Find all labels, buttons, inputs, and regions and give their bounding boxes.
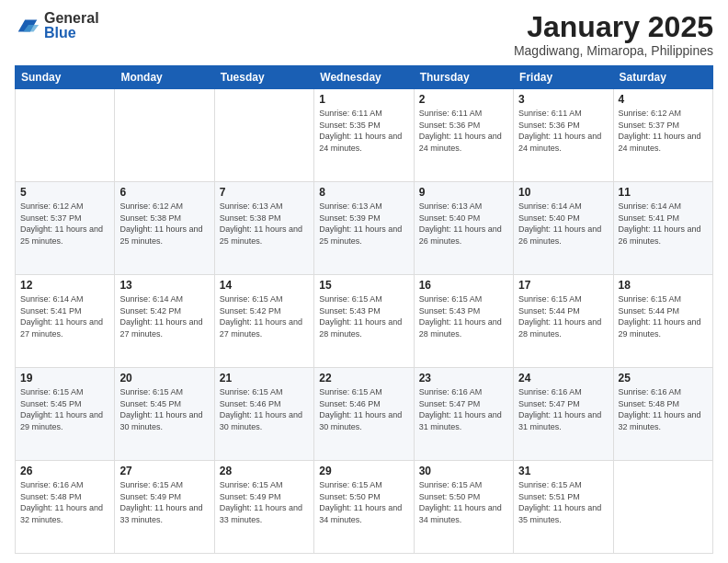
sunrise-text: Sunrise: 6:16 AM bbox=[20, 480, 84, 489]
table-row: 18 Sunrise: 6:15 AM Sunset: 5:44 PM Dayl… bbox=[613, 275, 712, 368]
sunrise-text: Sunrise: 6:15 AM bbox=[319, 387, 382, 396]
day-number: 9 bbox=[419, 186, 508, 199]
day-info: Sunrise: 6:12 AM Sunset: 5:38 PM Dayligh… bbox=[119, 201, 209, 247]
table-row: 3 Sunrise: 6:11 AM Sunset: 5:36 PM Dayli… bbox=[514, 89, 613, 182]
day-number: 20 bbox=[119, 372, 209, 385]
day-number: 15 bbox=[319, 279, 408, 292]
day-info: Sunrise: 6:15 AM Sunset: 5:46 PM Dayligh… bbox=[319, 386, 408, 432]
table-row: 22 Sunrise: 6:15 AM Sunset: 5:46 PM Dayl… bbox=[314, 368, 414, 461]
daylight-text: Daylight: 11 hours and 28 minutes. bbox=[518, 317, 601, 339]
table-row: 24 Sunrise: 6:16 AM Sunset: 5:47 PM Dayl… bbox=[514, 368, 613, 461]
sunset-text: Sunset: 5:40 PM bbox=[419, 213, 481, 223]
sunset-text: Sunset: 5:37 PM bbox=[20, 213, 82, 223]
day-number: 11 bbox=[619, 186, 708, 199]
sunrise-text: Sunrise: 6:13 AM bbox=[319, 201, 382, 211]
sunset-text: Sunset: 5:38 PM bbox=[220, 213, 281, 223]
daylight-text: Daylight: 11 hours and 30 minutes. bbox=[119, 410, 202, 431]
sunset-text: Sunset: 5:50 PM bbox=[419, 492, 481, 501]
sunset-text: Sunset: 5:38 PM bbox=[119, 213, 181, 223]
daylight-text: Daylight: 11 hours and 24 minutes. bbox=[619, 132, 701, 153]
sunrise-text: Sunrise: 6:14 AM bbox=[20, 294, 84, 304]
daylight-text: Daylight: 11 hours and 25 minutes. bbox=[20, 224, 103, 246]
week-row-3: 19 Sunrise: 6:15 AM Sunset: 5:45 PM Dayl… bbox=[16, 368, 713, 461]
sunrise-text: Sunrise: 6:12 AM bbox=[119, 201, 183, 211]
sunset-text: Sunset: 5:36 PM bbox=[518, 121, 580, 130]
week-row-0: 1 Sunrise: 6:11 AM Sunset: 5:35 PM Dayli… bbox=[16, 89, 713, 182]
sunset-text: Sunset: 5:44 PM bbox=[518, 306, 580, 316]
logo-blue: Blue bbox=[44, 26, 99, 40]
day-info: Sunrise: 6:11 AM Sunset: 5:35 PM Dayligh… bbox=[319, 108, 408, 154]
col-tuesday: Tuesday bbox=[214, 66, 313, 89]
daylight-text: Daylight: 11 hours and 35 minutes. bbox=[518, 503, 601, 524]
daylight-text: Daylight: 11 hours and 30 minutes. bbox=[220, 410, 302, 431]
sunrise-text: Sunrise: 6:12 AM bbox=[619, 109, 682, 118]
day-info: Sunrise: 6:16 AM Sunset: 5:48 PM Dayligh… bbox=[20, 479, 109, 525]
daylight-text: Daylight: 11 hours and 32 minutes. bbox=[20, 503, 103, 524]
day-number: 10 bbox=[518, 186, 608, 199]
week-row-4: 26 Sunrise: 6:16 AM Sunset: 5:48 PM Dayl… bbox=[16, 461, 713, 554]
table-row: 26 Sunrise: 6:16 AM Sunset: 5:48 PM Dayl… bbox=[16, 461, 115, 554]
page: General Blue January 2025 Magdiwang, Mim… bbox=[0, 0, 728, 563]
day-number: 4 bbox=[619, 93, 708, 106]
day-number: 22 bbox=[319, 372, 408, 385]
table-row: 2 Sunrise: 6:11 AM Sunset: 5:36 PM Dayli… bbox=[414, 89, 513, 182]
day-number: 19 bbox=[20, 372, 109, 385]
day-info: Sunrise: 6:14 AM Sunset: 5:42 PM Dayligh… bbox=[119, 293, 209, 339]
day-number: 29 bbox=[319, 465, 408, 477]
day-info: Sunrise: 6:13 AM Sunset: 5:39 PM Dayligh… bbox=[319, 201, 408, 247]
daylight-text: Daylight: 11 hours and 24 minutes. bbox=[419, 132, 502, 153]
daylight-text: Daylight: 11 hours and 27 minutes. bbox=[20, 317, 103, 339]
day-number: 27 bbox=[119, 465, 209, 477]
daylight-text: Daylight: 11 hours and 26 minutes. bbox=[619, 224, 701, 246]
sunset-text: Sunset: 5:41 PM bbox=[20, 306, 82, 316]
day-number: 28 bbox=[220, 465, 309, 477]
main-title: January 2025 bbox=[514, 11, 713, 43]
sunrise-text: Sunrise: 6:15 AM bbox=[518, 480, 582, 489]
logo: General Blue bbox=[15, 11, 99, 40]
day-info: Sunrise: 6:15 AM Sunset: 5:43 PM Dayligh… bbox=[319, 293, 408, 339]
sunrise-text: Sunrise: 6:13 AM bbox=[220, 201, 283, 211]
col-friday: Friday bbox=[514, 66, 613, 89]
sunset-text: Sunset: 5:41 PM bbox=[619, 213, 680, 223]
day-number: 7 bbox=[220, 186, 309, 199]
sunrise-text: Sunrise: 6:15 AM bbox=[319, 294, 382, 304]
day-number: 24 bbox=[518, 372, 608, 385]
sunrise-text: Sunrise: 6:15 AM bbox=[419, 294, 483, 304]
day-number: 2 bbox=[419, 93, 508, 106]
day-info: Sunrise: 6:12 AM Sunset: 5:37 PM Dayligh… bbox=[20, 201, 109, 247]
day-info: Sunrise: 6:15 AM Sunset: 5:45 PM Dayligh… bbox=[20, 386, 109, 432]
day-info: Sunrise: 6:14 AM Sunset: 5:41 PM Dayligh… bbox=[20, 293, 109, 339]
sunrise-text: Sunrise: 6:15 AM bbox=[319, 480, 382, 489]
day-info: Sunrise: 6:16 AM Sunset: 5:48 PM Dayligh… bbox=[619, 386, 708, 432]
sunset-text: Sunset: 5:39 PM bbox=[319, 213, 381, 223]
day-number: 8 bbox=[319, 186, 408, 199]
col-monday: Monday bbox=[115, 66, 214, 89]
day-info: Sunrise: 6:15 AM Sunset: 5:49 PM Dayligh… bbox=[220, 479, 309, 525]
day-info: Sunrise: 6:11 AM Sunset: 5:36 PM Dayligh… bbox=[518, 108, 608, 154]
col-saturday: Saturday bbox=[613, 66, 712, 89]
day-number: 17 bbox=[518, 279, 608, 292]
table-row: 25 Sunrise: 6:16 AM Sunset: 5:48 PM Dayl… bbox=[613, 368, 712, 461]
sunset-text: Sunset: 5:46 PM bbox=[319, 399, 381, 408]
sunset-text: Sunset: 5:37 PM bbox=[619, 121, 680, 130]
daylight-text: Daylight: 11 hours and 33 minutes. bbox=[119, 503, 202, 524]
daylight-text: Daylight: 11 hours and 34 minutes. bbox=[419, 503, 502, 524]
logo-icon bbox=[15, 13, 40, 39]
daylight-text: Daylight: 11 hours and 26 minutes. bbox=[419, 224, 502, 246]
sunrise-text: Sunrise: 6:15 AM bbox=[220, 480, 283, 489]
sunset-text: Sunset: 5:44 PM bbox=[619, 306, 680, 316]
daylight-text: Daylight: 11 hours and 27 minutes. bbox=[119, 317, 202, 339]
day-number: 18 bbox=[619, 279, 708, 292]
sunset-text: Sunset: 5:47 PM bbox=[419, 399, 481, 408]
sunrise-text: Sunrise: 6:11 AM bbox=[319, 109, 382, 118]
daylight-text: Daylight: 11 hours and 28 minutes. bbox=[419, 317, 502, 339]
sunset-text: Sunset: 5:45 PM bbox=[119, 399, 181, 408]
sunrise-text: Sunrise: 6:16 AM bbox=[419, 387, 483, 396]
day-info: Sunrise: 6:15 AM Sunset: 5:51 PM Dayligh… bbox=[518, 479, 608, 525]
sunrise-text: Sunrise: 6:14 AM bbox=[119, 294, 183, 304]
daylight-text: Daylight: 11 hours and 29 minutes. bbox=[619, 317, 701, 339]
logo-text: General Blue bbox=[44, 11, 99, 40]
col-wednesday: Wednesday bbox=[314, 66, 414, 89]
table-row: 20 Sunrise: 6:15 AM Sunset: 5:45 PM Dayl… bbox=[115, 368, 214, 461]
sunset-text: Sunset: 5:42 PM bbox=[220, 306, 281, 316]
